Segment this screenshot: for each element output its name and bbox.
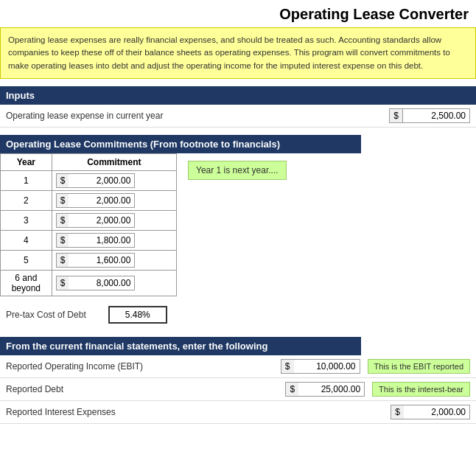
year-cell: 1 (1, 170, 52, 190)
table-row: 3$ (1, 210, 177, 230)
dollar-sign: $ (285, 382, 298, 397)
dollar-sign: $ (391, 405, 404, 419)
table-row: 6 and beyond$ (1, 270, 177, 296)
financial-row: Reported Debt$This is the interest-bear (0, 378, 476, 401)
financial-value-input[interactable] (298, 382, 365, 397)
financial-row: Reported Interest Expenses$ (0, 401, 476, 424)
lease-expense-label: Operating lease expense in current year (6, 111, 389, 121)
commitments-section-header: Operating Lease Commitments (From footno… (0, 135, 361, 153)
commitment-input[interactable] (69, 213, 135, 228)
financial-row-label: Reported Debt (6, 384, 285, 394)
dollar-sign: $ (56, 276, 69, 290)
cost-of-debt-row: Pre-tax Cost of Debt 5.48% (0, 300, 476, 330)
dollar-sign: $ (56, 193, 69, 208)
year-cell: 2 (1, 190, 52, 210)
year-cell: 4 (1, 230, 52, 250)
commitments-table: Year Commitment 1$2$3$4$5$6 and beyond$ (0, 153, 177, 296)
col-year-header: Year (1, 153, 52, 170)
dollar-sign: $ (56, 253, 69, 268)
commitment-input[interactable] (69, 233, 135, 248)
commitment-input[interactable] (69, 193, 135, 208)
year1-note: Year 1 is next year.... (188, 161, 287, 180)
year-cell: 5 (1, 250, 52, 270)
commitment-cell: $ (52, 230, 176, 250)
intro-description: Operating lease expenses are really fina… (0, 27, 476, 79)
cost-of-debt-input[interactable]: 5.48% (108, 306, 167, 324)
commitment-cell: $ (52, 270, 176, 296)
commitment-input[interactable] (69, 253, 135, 268)
year-cell: 6 and beyond (1, 270, 52, 296)
financial-note: This is the interest-bear (372, 382, 470, 397)
col-commitment-header: Commitment (52, 153, 176, 170)
table-row: 1$ (1, 170, 177, 190)
dollar-sign: $ (56, 173, 69, 188)
dollar-sign: $ (56, 233, 69, 248)
commitment-cell: $ (52, 210, 176, 230)
commitments-section: Operating Lease Commitments (From footno… (0, 135, 476, 296)
financial-note: This is the EBIT reported (368, 359, 470, 374)
page-title: Operating Lease Converter (0, 0, 476, 27)
dollar-sign: $ (281, 359, 294, 374)
commitment-cell: $ (52, 190, 176, 210)
lease-expense-row: Operating lease expense in current year … (0, 105, 476, 128)
commitment-input[interactable] (69, 173, 135, 188)
table-row: 2$ (1, 190, 177, 210)
financial-row: Reported Operating Income (EBIT)$This is… (0, 355, 476, 378)
dollar-sign: $ (56, 213, 69, 228)
commitment-input[interactable] (69, 276, 135, 290)
commitments-table-wrapper: Year Commitment 1$2$3$4$5$6 and beyond$ … (0, 153, 476, 296)
table-row: 5$ (1, 250, 177, 270)
lease-expense-input-group: $ (389, 108, 470, 123)
cost-of-debt-label: Pre-tax Cost of Debt (6, 310, 86, 320)
financial-row-label: Reported Interest Expenses (6, 407, 391, 417)
financial-rows: Reported Operating Income (EBIT)$This is… (0, 355, 476, 424)
inputs-section-header: Inputs (0, 86, 476, 105)
financial-value-input[interactable] (404, 405, 470, 419)
financial-value-input[interactable] (294, 359, 360, 374)
commitment-cell: $ (52, 170, 176, 190)
dollar-sign-1: $ (390, 109, 403, 122)
financials-section-header: From the current financial statements, e… (0, 337, 361, 355)
year-cell: 3 (1, 210, 52, 230)
financial-row-label: Reported Operating Income (EBIT) (6, 361, 281, 372)
table-row: 4$ (1, 230, 177, 250)
lease-expense-input[interactable] (403, 109, 469, 122)
commitment-cell: $ (52, 250, 176, 270)
